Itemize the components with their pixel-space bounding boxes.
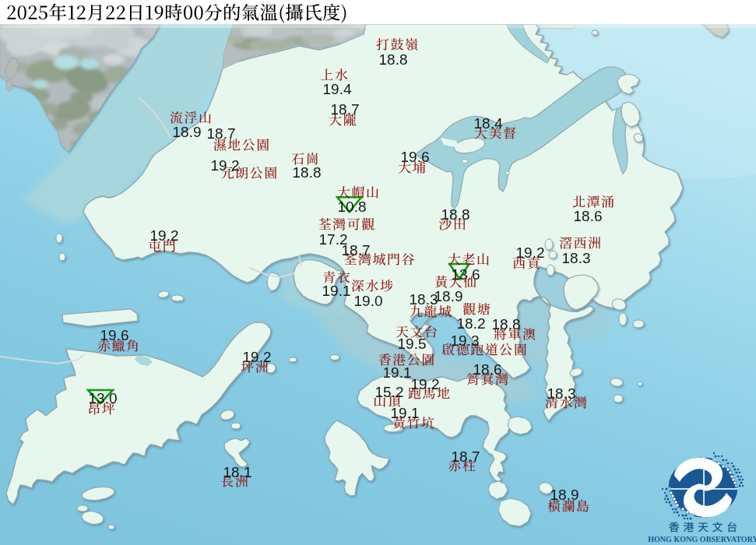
svg-text:18.2: 18.2	[457, 315, 486, 332]
svg-text:19.4: 19.4	[323, 81, 352, 97]
svg-text:19.2: 19.2	[516, 244, 545, 261]
svg-text:19.2: 19.2	[243, 349, 272, 365]
svg-text:19.2: 19.2	[150, 227, 179, 244]
svg-text:18.9: 18.9	[434, 288, 463, 304]
svg-text:18.8: 18.8	[441, 206, 470, 223]
svg-text:HONG KONG OBSERVATORY: HONG KONG OBSERVATORY	[648, 535, 756, 543]
svg-text:10.8: 10.8	[338, 199, 367, 215]
svg-text:18.3: 18.3	[547, 385, 576, 402]
svg-text:18.6: 18.6	[574, 208, 603, 224]
svg-text:18.1: 18.1	[223, 464, 252, 480]
svg-text:18.7: 18.7	[331, 101, 360, 118]
svg-text:18.3: 18.3	[562, 250, 591, 266]
svg-text:19.1: 19.1	[322, 283, 351, 299]
svg-text:18.9: 18.9	[550, 487, 579, 503]
svg-text:13.0: 13.0	[89, 390, 118, 406]
svg-text:18.7: 18.7	[452, 448, 480, 465]
svg-text:19.0: 19.0	[354, 293, 383, 309]
svg-text:18.8: 18.8	[492, 316, 521, 332]
svg-text:18.6: 18.6	[473, 361, 502, 378]
svg-text:19.1: 19.1	[383, 364, 412, 381]
svg-text:18.4: 18.4	[474, 115, 503, 132]
svg-text:18.9: 18.9	[173, 124, 202, 140]
svg-text:18.7: 18.7	[207, 125, 236, 142]
svg-text:19.6: 19.6	[401, 149, 430, 165]
svg-text:18.8: 18.8	[293, 164, 322, 181]
svg-text:19.5: 19.5	[398, 336, 427, 352]
svg-text:19.6: 19.6	[100, 327, 129, 343]
svg-text:18.8: 18.8	[379, 51, 408, 68]
svg-text:19.1: 19.1	[391, 405, 420, 421]
svg-text:18.7: 18.7	[342, 242, 371, 258]
svg-text:15.2: 15.2	[375, 384, 404, 400]
svg-text:19.2: 19.2	[411, 376, 440, 392]
svg-text:19.2: 19.2	[211, 157, 240, 174]
svg-text:19.3: 19.3	[451, 332, 480, 349]
svg-text:18.3: 18.3	[410, 291, 438, 308]
